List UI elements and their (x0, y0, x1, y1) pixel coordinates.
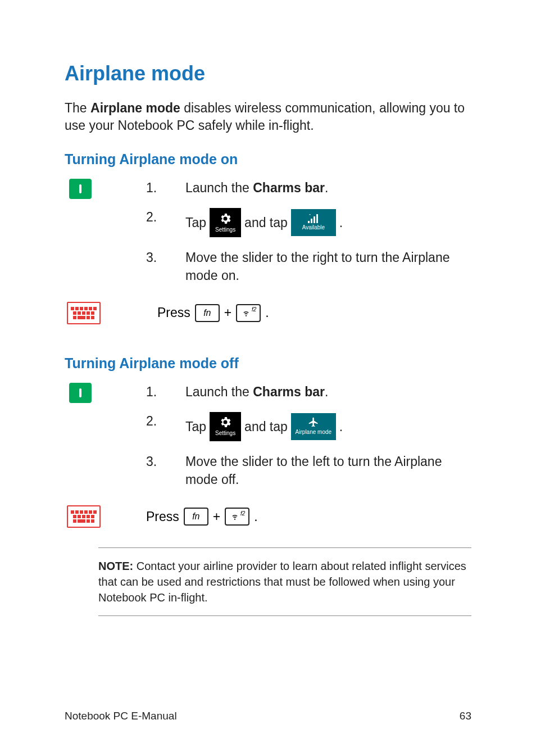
t: and tap (244, 418, 288, 436)
step1-off: Launch the Charms bar. (185, 383, 471, 401)
t: f2 (252, 306, 256, 313)
note-text: Contact your airline provider to learn a… (98, 560, 466, 604)
f2-key: f2 (225, 508, 249, 526)
airplane-label: Airplane mode (296, 428, 331, 436)
plus: + (224, 305, 231, 320)
step-number: 3. (146, 452, 185, 470)
step2-on: Tap Settings and tap * Available . (185, 208, 471, 237)
airplane-tile: Airplane mode (291, 413, 336, 440)
settings-label: Settings (215, 226, 235, 234)
f2-key: f2 (236, 304, 261, 322)
signal-icon: * (308, 214, 319, 223)
svg-rect-2 (314, 216, 315, 223)
available-tile: * Available (291, 209, 336, 236)
t: . (339, 418, 343, 436)
step3-on: Move the slider to the right to turn the… (185, 248, 471, 284)
t: and tap (244, 214, 288, 232)
intro-bold: Airplane mode (90, 101, 180, 115)
step-number: 2. (146, 412, 185, 430)
svg-rect-0 (308, 221, 310, 223)
available-label: Available (302, 224, 325, 232)
t: f2 (240, 510, 245, 517)
t: Launch the (185, 384, 253, 399)
touchpad-steps-off: 1. Launch the Charms bar. 2. Tap Setting… (65, 383, 471, 495)
settings-label: Settings (215, 429, 235, 437)
t: . (339, 214, 343, 232)
gear-icon (219, 212, 232, 225)
keyboard-row-off: Press fn + f2 . (65, 505, 471, 528)
t: Launch the (185, 180, 253, 195)
period: . (265, 305, 269, 320)
t: . (325, 384, 328, 399)
wifi-icon (231, 513, 239, 520)
svg-text:*: * (309, 214, 311, 218)
gear-icon (219, 415, 232, 429)
settings-tile: Settings (210, 208, 241, 237)
t: Charms bar (253, 384, 325, 399)
settings-tile: Settings (210, 412, 241, 441)
fn-key: fn (195, 304, 220, 322)
step-number: 2. (146, 208, 185, 226)
fn-key: fn (184, 508, 208, 526)
t: Tap (185, 214, 206, 232)
page-title: Airplane mode (65, 62, 471, 85)
airplane-icon (308, 417, 319, 428)
intro-pre: The (65, 101, 90, 115)
page-footer: Notebook PC E-Manual 63 (65, 710, 471, 722)
press-label: Press (157, 305, 190, 320)
svg-rect-3 (316, 214, 318, 223)
t: fn (192, 511, 199, 522)
plus: + (213, 509, 220, 524)
note-block: NOTE: Contact your airline provider to l… (98, 547, 471, 616)
step2-off: Tap Settings and tap Airplane mode . (185, 412, 471, 441)
keyboard-row-on: Press fn + f2 . (65, 302, 471, 324)
t: . (325, 180, 328, 195)
heading-on: Turning Airplane mode on (65, 151, 471, 168)
footer-left: Notebook PC E-Manual (65, 710, 177, 722)
intro-text: The Airplane mode disables wireless comm… (65, 99, 471, 134)
keyboard-icon (67, 302, 101, 324)
wifi-icon (242, 309, 250, 317)
step-number: 3. (146, 248, 185, 266)
press-label: Press (146, 509, 179, 524)
t: fn (203, 308, 211, 318)
period: . (254, 509, 257, 524)
t: Charms bar (253, 180, 325, 195)
t: Tap (185, 418, 206, 436)
step3-off: Move the slider to the left to turn the … (185, 452, 471, 488)
heading-off: Turning Airplane mode off (65, 355, 471, 372)
note-label: NOTE: (98, 560, 133, 572)
svg-rect-1 (311, 219, 312, 223)
page-number: 63 (460, 710, 471, 722)
step-number: 1. (146, 383, 185, 401)
touchpad-icon (69, 383, 92, 403)
step-number: 1. (146, 179, 185, 197)
step1-on: Launch the Charms bar. (185, 179, 471, 197)
keyboard-icon (67, 505, 101, 528)
touchpad-icon (69, 179, 92, 199)
touchpad-steps-on: 1. Launch the Charms bar. 2. Tap Setting… (65, 179, 471, 291)
